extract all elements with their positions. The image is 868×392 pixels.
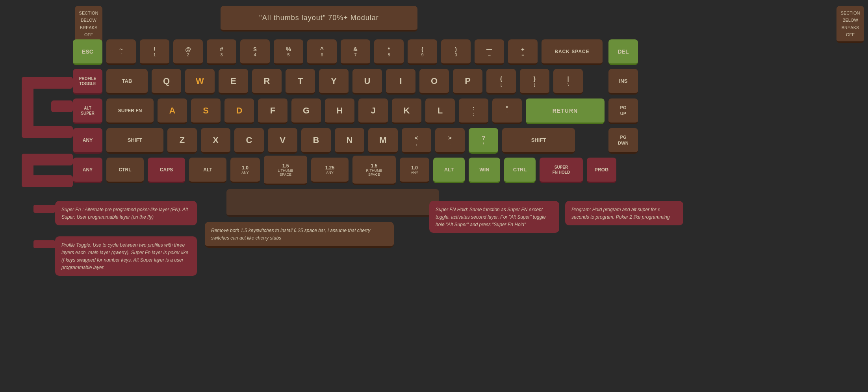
left-bar-bot-h [22, 154, 73, 165]
key-win[interactable]: WIN [469, 158, 500, 183]
key-shift-right[interactable]: SHIFT [502, 128, 575, 154]
key-m[interactable]: M [368, 128, 398, 154]
key-v[interactable]: V [268, 128, 297, 154]
key-9[interactable]: ( 9 [408, 39, 437, 65]
key-l[interactable]: L [425, 98, 455, 124]
left-bar-mid [51, 100, 73, 112]
key-b[interactable]: B [301, 128, 331, 154]
key-c[interactable]: C [234, 128, 264, 154]
left-connector-1 [33, 205, 55, 213]
key-f[interactable]: F [258, 98, 287, 124]
key-return[interactable]: RETURN [526, 98, 605, 124]
annotation-remove-both: Remove both 1.5 keyswitches to install 6… [205, 222, 394, 248]
key-semicolon[interactable]: : ; [459, 98, 488, 124]
key-0[interactable]: ) 0 [441, 39, 471, 65]
section-label-right: sectionbelowbreaksoff [836, 6, 864, 43]
key-7[interactable]: & 7 [341, 39, 370, 65]
key-minus[interactable]: — – [475, 39, 504, 65]
key-rbracket[interactable]: } ] [520, 69, 549, 95]
key-caps[interactable]: CAPS [148, 158, 185, 183]
key-period[interactable]: > . [435, 128, 465, 154]
key-tilde[interactable]: ~ ` [106, 39, 136, 65]
key-prog[interactable]: PROG [587, 158, 616, 183]
title-bar: "All thumbs layout" 70%+ Modular [221, 6, 417, 32]
key-pgdwn[interactable]: PGDWN [608, 128, 638, 154]
key-n[interactable]: N [335, 128, 364, 154]
annotation-profile-toggle: Profile Toggle. Use to cycle between two… [55, 236, 197, 276]
key-r[interactable]: R [252, 69, 282, 95]
key-comma[interactable]: < , [402, 128, 431, 154]
key-equals[interactable]: + = [508, 39, 538, 65]
annotation-super-fn: Super Fn : Alternate pre programed poker… [55, 201, 197, 225]
key-super-fn[interactable]: SUPER FN [106, 98, 154, 124]
key-t[interactable]: T [286, 69, 315, 95]
section-left-text: sectionbelowbreaksoff [79, 11, 98, 37]
key-ctrl-right[interactable]: CTRL [504, 158, 536, 183]
key-lbracket[interactable]: { [ [486, 69, 516, 95]
annotation-super-fn-hold: Super FN Hold: Same function as Super FN… [429, 201, 559, 233]
key-k[interactable]: K [392, 98, 421, 124]
left-connector-2 [33, 240, 55, 248]
key-4[interactable]: $ 4 [240, 39, 270, 65]
key-x[interactable]: X [201, 128, 230, 154]
key-h[interactable]: H [325, 98, 354, 124]
key-3[interactable]: # 3 [207, 39, 236, 65]
key-1[interactable]: ! 1 [140, 39, 169, 65]
key-w[interactable]: W [185, 69, 215, 95]
section-label-left: sectionbelowbreaksoff [75, 6, 102, 43]
key-tab[interactable]: TAB [106, 69, 148, 95]
key-8[interactable]: * 8 [374, 39, 404, 65]
key-super-fn-hold[interactable]: SUPERFN HOLD [540, 158, 583, 183]
key-mid-space[interactable]: 1.25 ANY [311, 158, 349, 183]
annotation-program: Program: Hold program and alt super for … [565, 201, 683, 225]
key-del[interactable]: DEL [608, 39, 638, 65]
key-y[interactable]: Y [319, 69, 349, 95]
key-alt-left[interactable]: ALT [189, 158, 226, 183]
key-profile-toggle[interactable]: ProfileToggle [73, 69, 102, 95]
key-z[interactable]: Z [167, 128, 197, 154]
key-a[interactable]: A [158, 98, 187, 124]
key-rthumb-space[interactable]: 1.5 R Thumbspace [352, 156, 396, 185]
key-esc[interactable]: ESC [73, 39, 102, 65]
key-q[interactable]: Q [152, 69, 181, 95]
key-backslash[interactable]: | \ [553, 69, 583, 95]
thumb-connector [226, 189, 439, 217]
key-space-1[interactable]: 1.0 ANY [230, 158, 260, 183]
key-backspace[interactable]: BACK SPACE [542, 39, 603, 65]
key-ins[interactable]: INS [608, 69, 638, 95]
key-any-1[interactable]: ANY [73, 128, 102, 154]
key-i[interactable]: I [386, 69, 415, 95]
key-j[interactable]: J [358, 98, 388, 124]
key-o[interactable]: O [419, 69, 449, 95]
key-shift-left[interactable]: SHIFT [106, 128, 163, 154]
key-lthumb-space[interactable]: 1.5 L Thumbspace [264, 156, 307, 185]
title-text: "All thumbs layout" 70%+ Modular [259, 14, 378, 22]
key-p[interactable]: P [453, 69, 482, 95]
key-6[interactable]: ^ 6 [307, 39, 337, 65]
key-s[interactable]: S [191, 98, 221, 124]
key-slash[interactable]: ? / [469, 128, 498, 154]
key-any-2[interactable]: ANY [73, 158, 102, 183]
key-5[interactable]: % 5 [274, 39, 303, 65]
key-e[interactable]: E [219, 69, 248, 95]
left-bar-h2 [22, 126, 73, 138]
key-d[interactable]: D [224, 98, 254, 124]
key-2[interactable]: @ 2 [173, 39, 203, 65]
key-alt-super[interactable]: ALTSUPER [73, 98, 102, 124]
key-space-2[interactable]: 1.0 ANY [400, 158, 429, 183]
key-pgup[interactable]: PGUP [608, 98, 638, 124]
key-alt-right[interactable]: ALT [433, 158, 465, 183]
key-quote[interactable]: " ' [492, 98, 522, 124]
key-g[interactable]: G [291, 98, 321, 124]
section-right-text: sectionbelowbreaksoff [841, 11, 860, 37]
key-u[interactable]: U [352, 69, 382, 95]
left-bar-h1 [22, 77, 73, 89]
key-ctrl-left[interactable]: CTRL [106, 158, 144, 183]
left-bar-bot-h2 [22, 175, 73, 187]
